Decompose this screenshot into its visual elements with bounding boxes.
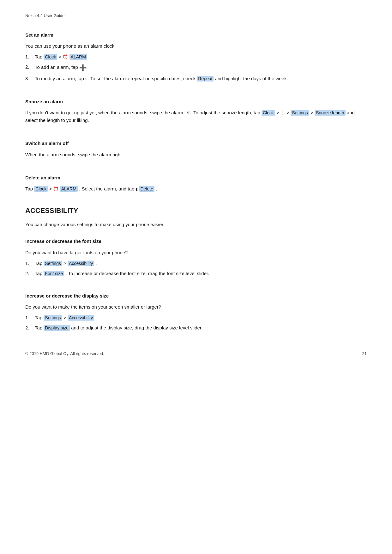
alarm-highlight: ALARM	[69, 54, 87, 60]
alarm-icon2: ⏰	[53, 186, 58, 191]
section-switch-off: Switch an alarm off When the alarm sound…	[25, 140, 367, 159]
repeat-highlight: Repeat	[197, 76, 214, 81]
subsection-display-size: Increase or decrease the display size Do…	[25, 292, 367, 332]
set-alarm-heading: Set an alarm	[25, 32, 367, 39]
settings-highlight: Settings	[291, 110, 309, 116]
list-item: 2. Tap Font size . To increase or decrea…	[25, 270, 367, 277]
settings-highlight2: Settings	[44, 261, 62, 266]
step-content: Tap Display size and to adjust the displ…	[35, 324, 367, 332]
list-item: 1. Tap Settings > Accessibility .	[25, 314, 367, 322]
set-alarm-intro: You can use your phone as an alarm clock…	[25, 42, 367, 50]
plus-circle-icon: ➕	[79, 64, 86, 71]
step-content: Tap Settings > Accessibility .	[35, 260, 367, 267]
accessibility-intro: You can change various settings to make …	[25, 221, 367, 228]
list-item: 2. To add an alarm, tap ➕.	[25, 63, 367, 72]
section-delete-alarm: Delete an alarm Tap Clock > ⏰ ALARM . Se…	[25, 174, 367, 193]
switch-off-heading: Switch an alarm off	[25, 140, 367, 147]
clock-highlight2: Clock	[262, 110, 275, 116]
list-item: 1. Tap Settings > Accessibility .	[25, 260, 367, 267]
footer-copyright: © 2019 HMD Global Oy. All rights reserve…	[25, 351, 104, 357]
snooze-alarm-body: If you don't want to get up just yet, wh…	[25, 109, 367, 124]
step-content: To add an alarm, tap ➕.	[35, 63, 367, 72]
alarm-highlight2: ALARM	[60, 186, 78, 192]
step-number: 1.	[25, 260, 35, 267]
delete-alarm-body: Tap Clock > ⏰ ALARM . Select the alarm, …	[25, 185, 367, 193]
step-content: Tap Clock > ⏰ ALARM .	[35, 53, 367, 61]
snooze-length-highlight: Snooze length	[315, 110, 346, 116]
step-content: Tap Font size . To increase or decrease …	[35, 270, 367, 277]
font-size-intro: Do you want to have larger fonts on your…	[25, 249, 367, 256]
step-number: 2.	[25, 270, 35, 277]
accessibility-title: ACCESSIBILITY	[25, 205, 367, 216]
snooze-alarm-heading: Snooze an alarm	[25, 98, 367, 105]
trash-icon: ▮	[136, 187, 138, 191]
subsection-font-size: Increase or decrease the font size Do yo…	[25, 238, 367, 277]
section-set-alarm: Set an alarm You can use your phone as a…	[25, 32, 367, 82]
delete-highlight: Delete	[139, 186, 154, 192]
font-size-highlight: Font size	[44, 271, 64, 276]
font-size-heading: Increase or decrease the font size	[25, 238, 367, 245]
clock-highlight3: Clock	[34, 186, 48, 192]
step-number: 1.	[25, 53, 35, 61]
step-number: 3.	[25, 75, 35, 82]
list-item: 2. Tap Display size and to adjust the di…	[25, 324, 367, 332]
list-item: 1. Tap Clock > ⏰ ALARM .	[25, 53, 367, 61]
section-snooze-alarm: Snooze an alarm If you don't want to get…	[25, 98, 367, 124]
display-size-heading: Increase or decrease the display size	[25, 292, 367, 300]
page-header: Nokia 4.2 User Guide	[25, 13, 367, 19]
switch-off-body: When the alarm sounds, swipe the alarm r…	[25, 151, 367, 159]
accessibility-highlight2: Accessibility	[68, 315, 94, 321]
step-number: 1.	[25, 314, 35, 322]
page-footer: © 2019 HMD Global Oy. All rights reserve…	[25, 351, 367, 357]
delete-alarm-heading: Delete an alarm	[25, 174, 367, 182]
step-content: Tap Settings > Accessibility .	[35, 314, 367, 322]
footer-page-number: 21	[362, 351, 367, 357]
display-size-highlight: Display size	[44, 325, 70, 331]
header-title: Nokia 4.2 User Guide	[25, 13, 64, 18]
display-size-intro: Do you want to make the items on your sc…	[25, 303, 367, 311]
step-number: 2.	[25, 324, 35, 332]
clock-highlight: Clock	[44, 54, 57, 60]
list-item: 3. To modify an alarm, tap it. To set th…	[25, 75, 367, 82]
settings-highlight3: Settings	[44, 315, 62, 321]
step-content: To modify an alarm, tap it. To set the a…	[35, 75, 367, 82]
more-options-icon: ⋮	[280, 110, 285, 115]
section-accessibility: ACCESSIBILITY You can change various set…	[25, 205, 367, 332]
accessibility-highlight: Accessibility	[68, 261, 94, 266]
alarm-clock-icon: ⏰	[63, 54, 68, 59]
step-number: 2.	[25, 63, 35, 72]
